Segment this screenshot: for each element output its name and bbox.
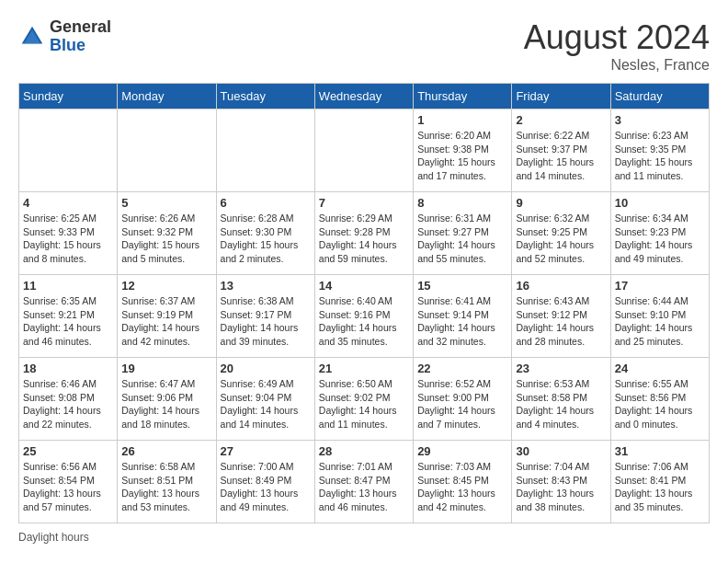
day-number: 23 (516, 362, 606, 375)
day-info: Sunrise: 6:38 AM Sunset: 9:17 PM Dayligh… (221, 294, 311, 349)
calendar-cell: 13Sunrise: 6:38 AM Sunset: 9:17 PM Dayli… (216, 275, 314, 358)
calendar-cell (216, 109, 314, 192)
day-info: Sunrise: 6:25 AM Sunset: 9:33 PM Dayligh… (23, 212, 113, 266)
logo-text: General Blue (50, 18, 111, 55)
calendar-cell: 31Sunrise: 7:06 AM Sunset: 8:41 PM Dayli… (610, 441, 709, 523)
day-number: 21 (319, 362, 409, 375)
day-info: Sunrise: 6:31 AM Sunset: 9:27 PM Dayligh… (417, 212, 507, 266)
day-info: Sunrise: 7:03 AM Sunset: 8:45 PM Dayligh… (417, 460, 507, 514)
calendar-cell: 28Sunrise: 7:01 AM Sunset: 8:47 PM Dayli… (314, 441, 413, 523)
calendar-cell: 30Sunrise: 7:04 AM Sunset: 8:43 PM Dayli… (512, 441, 610, 523)
day-info: Sunrise: 6:32 AM Sunset: 9:25 PM Dayligh… (516, 212, 606, 266)
day-info: Sunrise: 6:44 AM Sunset: 9:10 PM Dayligh… (615, 294, 705, 349)
calendar-cell: 11Sunrise: 6:35 AM Sunset: 9:21 PM Dayli… (19, 275, 118, 358)
calendar-cell: 14Sunrise: 6:40 AM Sunset: 9:16 PM Dayli… (314, 275, 413, 358)
month-title: August 2024 (524, 18, 710, 57)
day-number: 1 (417, 113, 507, 127)
day-number: 31 (615, 444, 705, 458)
day-info: Sunrise: 6:40 AM Sunset: 9:16 PM Dayligh… (319, 294, 409, 349)
day-info: Sunrise: 6:50 AM Sunset: 9:02 PM Dayligh… (319, 377, 409, 431)
calendar-cell: 6Sunrise: 6:28 AM Sunset: 9:30 PM Daylig… (216, 192, 314, 275)
day-number: 16 (516, 279, 606, 293)
day-number: 11 (23, 279, 113, 293)
day-number: 7 (319, 196, 409, 210)
day-number: 10 (615, 196, 705, 210)
day-number: 8 (417, 196, 507, 210)
day-info: Sunrise: 6:55 AM Sunset: 8:56 PM Dayligh… (615, 377, 705, 431)
calendar-cell: 23Sunrise: 6:53 AM Sunset: 8:58 PM Dayli… (512, 358, 610, 441)
day-number: 26 (121, 444, 211, 458)
day-info: Sunrise: 6:58 AM Sunset: 8:51 PM Dayligh… (121, 460, 211, 514)
calendar-cell: 12Sunrise: 6:37 AM Sunset: 9:19 PM Dayli… (118, 275, 216, 358)
calendar-cell: 20Sunrise: 6:49 AM Sunset: 9:04 PM Dayli… (216, 358, 314, 441)
day-info: Sunrise: 6:49 AM Sunset: 9:04 PM Dayligh… (221, 377, 311, 431)
day-info: Sunrise: 7:00 AM Sunset: 8:49 PM Dayligh… (221, 460, 311, 514)
day-number: 28 (319, 444, 409, 458)
calendar-cell: 27Sunrise: 7:00 AM Sunset: 8:49 PM Dayli… (216, 441, 314, 523)
calendar-cell: 10Sunrise: 6:34 AM Sunset: 9:23 PM Dayli… (610, 192, 709, 275)
weekday-header-monday: Monday (118, 84, 216, 109)
weekday-row: SundayMondayTuesdayWednesdayThursdayFrid… (19, 84, 710, 109)
calendar-cell: 25Sunrise: 6:56 AM Sunset: 8:54 PM Dayli… (19, 441, 118, 523)
day-number: 20 (221, 362, 311, 375)
day-info: Sunrise: 6:52 AM Sunset: 9:00 PM Dayligh… (417, 377, 507, 431)
day-info: Sunrise: 6:34 AM Sunset: 9:23 PM Dayligh… (615, 212, 705, 266)
calendar-cell: 5Sunrise: 6:26 AM Sunset: 9:32 PM Daylig… (118, 192, 216, 275)
calendar-week-4: 25Sunrise: 6:56 AM Sunset: 8:54 PM Dayli… (19, 441, 710, 523)
calendar-cell: 2Sunrise: 6:22 AM Sunset: 9:37 PM Daylig… (512, 109, 610, 192)
calendar-cell: 26Sunrise: 6:58 AM Sunset: 8:51 PM Dayli… (118, 441, 216, 523)
day-info: Sunrise: 6:35 AM Sunset: 9:21 PM Dayligh… (23, 294, 113, 349)
calendar-cell: 3Sunrise: 6:23 AM Sunset: 9:35 PM Daylig… (610, 109, 709, 192)
day-info: Sunrise: 7:01 AM Sunset: 8:47 PM Dayligh… (319, 460, 409, 514)
day-number: 14 (319, 279, 409, 293)
day-info: Sunrise: 7:06 AM Sunset: 8:41 PM Dayligh… (615, 460, 705, 514)
logo-general-text: General (50, 18, 111, 37)
calendar-cell: 29Sunrise: 7:03 AM Sunset: 8:45 PM Dayli… (414, 441, 512, 523)
footer-note: Daylight hours (18, 531, 710, 544)
day-info: Sunrise: 6:37 AM Sunset: 9:19 PM Dayligh… (121, 294, 211, 349)
day-number: 9 (516, 196, 606, 210)
day-number: 17 (615, 279, 705, 293)
day-info: Sunrise: 6:41 AM Sunset: 9:14 PM Dayligh… (417, 294, 507, 349)
day-info: Sunrise: 6:46 AM Sunset: 9:08 PM Dayligh… (23, 377, 113, 431)
day-info: Sunrise: 6:28 AM Sunset: 9:30 PM Dayligh… (221, 212, 311, 266)
calendar-week-3: 18Sunrise: 6:46 AM Sunset: 9:08 PM Dayli… (19, 358, 710, 441)
day-number: 12 (121, 279, 211, 293)
day-number: 6 (221, 196, 311, 210)
calendar-cell: 1Sunrise: 6:20 AM Sunset: 9:38 PM Daylig… (414, 109, 512, 192)
day-number: 24 (615, 362, 705, 375)
day-number: 5 (121, 196, 211, 210)
calendar-cell: 8Sunrise: 6:31 AM Sunset: 9:27 PM Daylig… (414, 192, 512, 275)
calendar-cell: 7Sunrise: 6:29 AM Sunset: 9:28 PM Daylig… (314, 192, 413, 275)
weekday-header-saturday: Saturday (610, 84, 709, 109)
day-number: 22 (417, 362, 507, 375)
day-info: Sunrise: 6:43 AM Sunset: 9:12 PM Dayligh… (516, 294, 606, 349)
day-number: 27 (221, 444, 311, 458)
calendar-week-0: 1Sunrise: 6:20 AM Sunset: 9:38 PM Daylig… (19, 109, 710, 192)
weekday-header-friday: Friday (512, 84, 610, 109)
day-info: Sunrise: 6:56 AM Sunset: 8:54 PM Dayligh… (23, 460, 113, 514)
calendar-cell: 24Sunrise: 6:55 AM Sunset: 8:56 PM Dayli… (610, 358, 709, 441)
day-number: 15 (417, 279, 507, 293)
logo-blue-text: Blue (50, 37, 111, 55)
weekday-header-wednesday: Wednesday (314, 84, 413, 109)
day-number: 13 (221, 279, 311, 293)
weekday-header-sunday: Sunday (19, 84, 118, 109)
calendar-header: SundayMondayTuesdayWednesdayThursdayFrid… (19, 84, 710, 109)
calendar-cell: 17Sunrise: 6:44 AM Sunset: 9:10 PM Dayli… (610, 275, 709, 358)
title-block: August 2024 Nesles, France (524, 18, 710, 74)
calendar-cell: 18Sunrise: 6:46 AM Sunset: 9:08 PM Dayli… (19, 358, 118, 441)
weekday-header-thursday: Thursday (414, 84, 512, 109)
day-number: 2 (516, 113, 606, 127)
calendar-cell: 22Sunrise: 6:52 AM Sunset: 9:00 PM Dayli… (414, 358, 512, 441)
day-number: 30 (516, 444, 606, 458)
calendar-cell: 19Sunrise: 6:47 AM Sunset: 9:06 PM Dayli… (118, 358, 216, 441)
day-info: Sunrise: 6:47 AM Sunset: 9:06 PM Dayligh… (121, 377, 211, 431)
calendar-cell: 15Sunrise: 6:41 AM Sunset: 9:14 PM Dayli… (414, 275, 512, 358)
location: Nesles, France (524, 57, 710, 74)
day-number: 3 (615, 113, 705, 127)
day-info: Sunrise: 6:22 AM Sunset: 9:37 PM Dayligh… (516, 129, 606, 183)
calendar-cell: 21Sunrise: 6:50 AM Sunset: 9:02 PM Dayli… (314, 358, 413, 441)
calendar-week-1: 4Sunrise: 6:25 AM Sunset: 9:33 PM Daylig… (19, 192, 710, 275)
day-number: 19 (121, 362, 211, 375)
